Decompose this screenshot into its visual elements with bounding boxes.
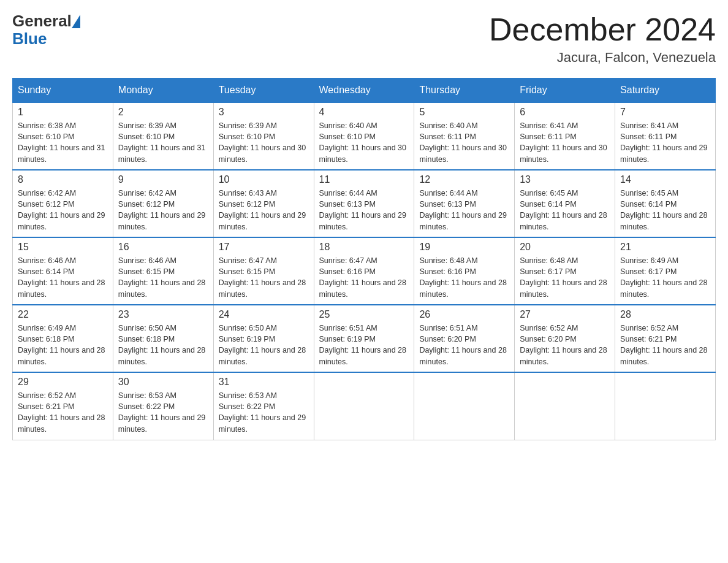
day-number: 1 [18,107,108,118]
day-info: Sunrise: 6:42 AMSunset: 6:12 PMDaylight:… [18,189,105,231]
calendar-cell [515,372,615,440]
calendar-cell: 24 Sunrise: 6:50 AMSunset: 6:19 PMDaylig… [213,305,314,372]
day-info: Sunrise: 6:47 AMSunset: 6:16 PMDaylight:… [319,256,406,298]
day-number: 10 [219,174,309,185]
day-info: Sunrise: 6:48 AMSunset: 6:17 PMDaylight:… [520,256,607,298]
day-info: Sunrise: 6:38 AMSunset: 6:10 PMDaylight:… [18,121,105,163]
calendar-cell: 22 Sunrise: 6:49 AMSunset: 6:18 PMDaylig… [13,305,113,372]
day-info: Sunrise: 6:44 AMSunset: 6:13 PMDaylight:… [419,189,506,231]
day-number: 15 [18,242,108,253]
calendar-cell: 17 Sunrise: 6:47 AMSunset: 6:15 PMDaylig… [213,237,314,305]
calendar-table: SundayMondayTuesdayWednesdayThursdayFrid… [12,78,716,440]
day-info: Sunrise: 6:45 AMSunset: 6:14 PMDaylight:… [520,189,607,231]
calendar-cell: 31 Sunrise: 6:53 AMSunset: 6:22 PMDaylig… [213,372,314,440]
day-info: Sunrise: 6:49 AMSunset: 6:18 PMDaylight:… [18,324,105,366]
day-info: Sunrise: 6:41 AMSunset: 6:11 PMDaylight:… [520,121,607,163]
day-number: 31 [219,377,309,388]
calendar-cell: 26 Sunrise: 6:51 AMSunset: 6:20 PMDaylig… [414,305,515,372]
calendar-cell: 23 Sunrise: 6:50 AMSunset: 6:18 PMDaylig… [113,305,213,372]
day-number: 4 [319,107,409,118]
calendar-cell: 11 Sunrise: 6:44 AMSunset: 6:13 PMDaylig… [314,170,414,237]
day-number: 11 [319,174,409,185]
location-title: Jacura, Falcon, Venezuela [489,50,716,66]
day-info: Sunrise: 6:46 AMSunset: 6:14 PMDaylight:… [18,256,105,298]
day-info: Sunrise: 6:44 AMSunset: 6:13 PMDaylight:… [319,189,406,231]
day-number: 23 [118,309,208,320]
calendar-week-row: 8 Sunrise: 6:42 AMSunset: 6:12 PMDayligh… [13,170,716,237]
day-number: 19 [419,242,509,253]
day-info: Sunrise: 6:46 AMSunset: 6:15 PMDaylight:… [118,256,205,298]
day-info: Sunrise: 6:52 AMSunset: 6:21 PMDaylight:… [620,324,707,366]
day-info: Sunrise: 6:40 AMSunset: 6:11 PMDaylight:… [419,121,506,163]
day-info: Sunrise: 6:53 AMSunset: 6:22 PMDaylight:… [219,391,306,433]
day-number: 13 [520,174,610,185]
logo-blue-text: Blue [12,29,47,48]
calendar-header-friday: Friday [515,79,615,103]
calendar-cell: 12 Sunrise: 6:44 AMSunset: 6:13 PMDaylig… [414,170,515,237]
calendar-header-wednesday: Wednesday [314,79,414,103]
calendar-cell: 20 Sunrise: 6:48 AMSunset: 6:17 PMDaylig… [515,237,615,305]
day-info: Sunrise: 6:39 AMSunset: 6:10 PMDaylight:… [118,121,205,163]
day-info: Sunrise: 6:48 AMSunset: 6:16 PMDaylight:… [419,256,506,298]
calendar-cell: 1 Sunrise: 6:38 AMSunset: 6:10 PMDayligh… [13,102,113,170]
day-info: Sunrise: 6:49 AMSunset: 6:17 PMDaylight:… [620,256,707,298]
calendar-cell: 25 Sunrise: 6:51 AMSunset: 6:19 PMDaylig… [314,305,414,372]
day-number: 6 [520,107,610,118]
day-number: 2 [118,107,208,118]
day-info: Sunrise: 6:40 AMSunset: 6:10 PMDaylight:… [319,121,406,163]
calendar-cell: 16 Sunrise: 6:46 AMSunset: 6:15 PMDaylig… [113,237,213,305]
calendar-cell: 8 Sunrise: 6:42 AMSunset: 6:12 PMDayligh… [13,170,113,237]
month-title: December 2024 [489,12,716,47]
calendar-cell: 10 Sunrise: 6:43 AMSunset: 6:12 PMDaylig… [213,170,314,237]
day-info: Sunrise: 6:50 AMSunset: 6:19 PMDaylight:… [219,324,306,366]
day-number: 16 [118,242,208,253]
day-number: 25 [319,309,409,320]
calendar-header-monday: Monday [113,79,213,103]
day-number: 5 [419,107,509,118]
day-number: 28 [620,309,710,320]
day-number: 27 [520,309,610,320]
calendar-cell [615,372,716,440]
day-info: Sunrise: 6:50 AMSunset: 6:18 PMDaylight:… [118,324,205,366]
day-number: 21 [620,242,710,253]
day-number: 12 [419,174,509,185]
calendar-cell: 5 Sunrise: 6:40 AMSunset: 6:11 PMDayligh… [414,102,515,170]
day-number: 8 [18,174,108,185]
calendar-week-row: 15 Sunrise: 6:46 AMSunset: 6:14 PMDaylig… [13,237,716,305]
day-number: 24 [219,309,309,320]
logo-general-text: General [12,12,72,30]
logo-triangle-icon [72,15,80,28]
day-number: 3 [219,107,309,118]
day-number: 22 [18,309,108,320]
day-info: Sunrise: 6:39 AMSunset: 6:10 PMDaylight:… [219,121,306,163]
day-info: Sunrise: 6:42 AMSunset: 6:12 PMDaylight:… [118,189,205,231]
calendar-cell: 13 Sunrise: 6:45 AMSunset: 6:14 PMDaylig… [515,170,615,237]
calendar-week-row: 1 Sunrise: 6:38 AMSunset: 6:10 PMDayligh… [13,102,716,170]
logo-block: General Blue [12,12,80,47]
day-number: 20 [520,242,610,253]
calendar-cell: 2 Sunrise: 6:39 AMSunset: 6:10 PMDayligh… [113,102,213,170]
calendar-cell: 3 Sunrise: 6:39 AMSunset: 6:10 PMDayligh… [213,102,314,170]
day-info: Sunrise: 6:45 AMSunset: 6:14 PMDaylight:… [620,189,707,231]
calendar-cell: 15 Sunrise: 6:46 AMSunset: 6:14 PMDaylig… [13,237,113,305]
calendar-cell: 27 Sunrise: 6:52 AMSunset: 6:20 PMDaylig… [515,305,615,372]
day-number: 26 [419,309,509,320]
logo: General Blue [12,12,80,47]
calendar-cell: 14 Sunrise: 6:45 AMSunset: 6:14 PMDaylig… [615,170,716,237]
day-info: Sunrise: 6:52 AMSunset: 6:21 PMDaylight:… [18,391,105,433]
calendar-week-row: 22 Sunrise: 6:49 AMSunset: 6:18 PMDaylig… [13,305,716,372]
calendar-header-thursday: Thursday [414,79,515,103]
day-number: 18 [319,242,409,253]
day-info: Sunrise: 6:52 AMSunset: 6:20 PMDaylight:… [520,324,607,366]
calendar-cell: 30 Sunrise: 6:53 AMSunset: 6:22 PMDaylig… [113,372,213,440]
day-number: 29 [18,377,108,388]
calendar-cell: 7 Sunrise: 6:41 AMSunset: 6:11 PMDayligh… [615,102,716,170]
calendar-cell: 19 Sunrise: 6:48 AMSunset: 6:16 PMDaylig… [414,237,515,305]
calendar-header-sunday: Sunday [13,79,113,103]
calendar-cell: 29 Sunrise: 6:52 AMSunset: 6:21 PMDaylig… [13,372,113,440]
day-info: Sunrise: 6:41 AMSunset: 6:11 PMDaylight:… [620,121,707,163]
calendar-cell: 9 Sunrise: 6:42 AMSunset: 6:12 PMDayligh… [113,170,213,237]
day-number: 9 [118,174,208,185]
calendar-cell: 6 Sunrise: 6:41 AMSunset: 6:11 PMDayligh… [515,102,615,170]
calendar-cell [414,372,515,440]
